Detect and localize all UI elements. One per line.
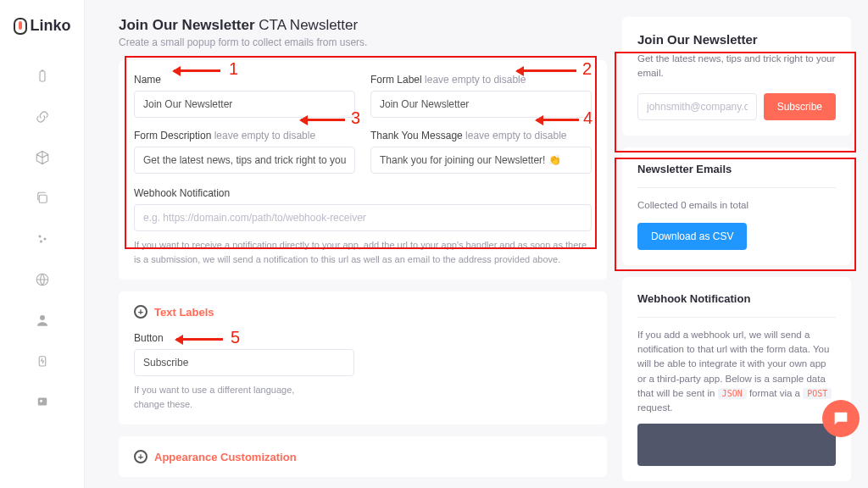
chat-icon: [832, 409, 850, 428]
thank-you-label: Thank You Message leave empty to disable: [370, 130, 592, 141]
copy-icon[interactable]: [35, 191, 50, 206]
svg-point-4: [43, 238, 46, 241]
form-description-label: Form Description leave empty to disable: [134, 130, 355, 141]
sidebar: Linko: [0, 0, 85, 488]
appearance-card: + Appearance Customization: [119, 436, 607, 477]
button-label-help: If you want to use a different language,…: [134, 383, 303, 411]
webhook-info-card: Webhook Notification If you add a webhoo…: [622, 277, 851, 482]
cube-icon[interactable]: [35, 150, 50, 165]
battery-charging-icon[interactable]: [35, 353, 50, 369]
appearance-toggle[interactable]: + Appearance Customization: [134, 450, 592, 463]
webhook-input[interactable]: [134, 204, 592, 231]
post-tag: POST: [803, 388, 832, 399]
page-title: Join Our Newsletter CTA Newsletter: [119, 17, 607, 34]
svg-rect-0: [40, 71, 45, 81]
webhook-info-title: Webhook Notification: [637, 292, 836, 305]
svg-point-7: [40, 315, 45, 320]
field-form-description: Form Description leave empty to disable: [134, 130, 355, 174]
right-column: Join Our Newsletter Get the latest news,…: [622, 17, 851, 454]
logo-mark-icon: [14, 18, 27, 35]
link-icon[interactable]: [35, 109, 50, 125]
sidebar-nav: [35, 69, 50, 409]
code-sample-block: [637, 424, 836, 466]
field-form-label: Form Label leave empty to disable: [370, 74, 592, 118]
preview-heading: Join Our Newsletter: [637, 32, 836, 47]
field-name: Name: [134, 74, 355, 118]
globe-icon[interactable]: [35, 272, 50, 287]
brand-name: Linko: [31, 17, 71, 35]
webhook-help: If you want to receive a notification di…: [134, 238, 592, 266]
preview-email-input[interactable]: [637, 93, 757, 120]
name-input[interactable]: [134, 91, 355, 118]
form-description-input[interactable]: [134, 147, 355, 174]
name-label: Name: [134, 74, 355, 86]
form-label-label: Form Label leave empty to disable: [370, 74, 592, 86]
field-webhook: Webhook Notification If you want to rece…: [134, 187, 592, 266]
thank-you-input[interactable]: [370, 147, 592, 174]
json-tag: JSON: [718, 388, 747, 399]
left-column: Join Our Newsletter CTA Newsletter Creat…: [119, 17, 607, 454]
button-label: Button: [134, 332, 592, 344]
form-label-input[interactable]: [370, 91, 592, 118]
sparkle-icon[interactable]: [35, 231, 50, 247]
emails-card: Newsletter Emails Collected 0 emails in …: [622, 147, 851, 265]
help-fab[interactable]: [822, 400, 860, 437]
preview-card: Join Our Newsletter Get the latest news,…: [622, 17, 851, 136]
svg-point-5: [40, 241, 42, 243]
main-content: Join Our Newsletter CTA Newsletter Creat…: [85, 0, 868, 488]
preview-subscribe-button[interactable]: Subscribe: [764, 93, 836, 120]
emails-count: Collected 0 emails in total: [637, 198, 836, 213]
svg-rect-9: [37, 398, 47, 406]
text-labels-toggle[interactable]: + Text Labels: [134, 305, 592, 319]
id-card-icon[interactable]: [35, 394, 50, 409]
plus-circle-icon: +: [134, 305, 147, 319]
webhook-info-text: If you add a webhook url, we will send a…: [637, 328, 836, 416]
plus-circle-icon: +: [134, 450, 147, 463]
svg-rect-1: [41, 70, 43, 72]
field-thank-you: Thank You Message leave empty to disable: [370, 130, 592, 174]
download-csv-button[interactable]: Download as CSV: [637, 223, 747, 250]
text-labels-card: + Text Labels Button If you want to use …: [119, 291, 607, 424]
page-subtitle: Create a small popup form to collect ema…: [119, 36, 607, 48]
battery-icon[interactable]: [35, 69, 50, 84]
svg-rect-2: [39, 195, 47, 202]
preview-text: Get the latest news, tips and trick righ…: [637, 52, 836, 81]
form-card: Name Form Label leave empty to disable F…: [119, 60, 607, 280]
field-button-label: Button If you want to use a different la…: [134, 332, 592, 411]
user-icon[interactable]: [35, 313, 50, 328]
brand-logo[interactable]: Linko: [14, 17, 71, 35]
webhook-label: Webhook Notification: [134, 187, 592, 199]
emails-title: Newsletter Emails: [637, 163, 836, 175]
button-label-input[interactable]: [134, 349, 354, 376]
svg-point-3: [38, 236, 41, 238]
svg-point-10: [40, 400, 42, 402]
